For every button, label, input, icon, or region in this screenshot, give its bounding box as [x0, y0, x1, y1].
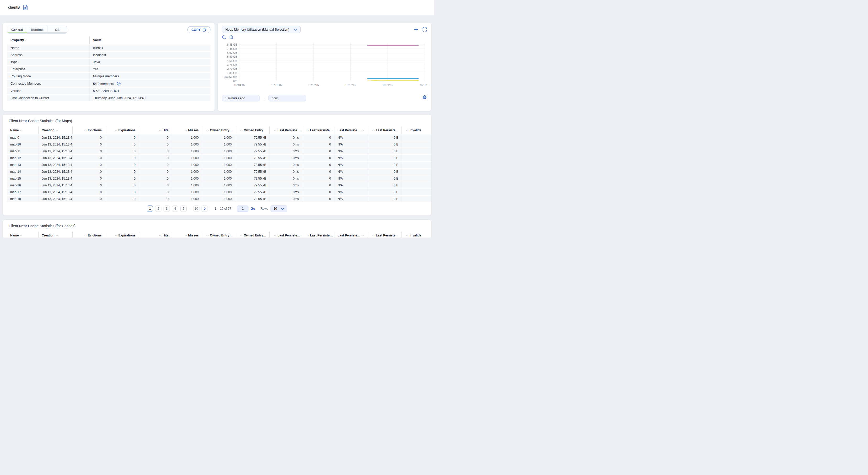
column-header-name[interactable]: Name: [7, 232, 38, 237]
property-value-cell: Thursday, June 13th 2024, 15:13:43: [90, 95, 211, 101]
rows-per-page-select[interactable]: 10: [271, 205, 287, 212]
cell-value: 1,000: [191, 197, 199, 201]
cell-value: 0 B: [394, 177, 398, 180]
cell-value: 79.55 kB: [254, 170, 266, 174]
column-header-evictions[interactable]: Evictions: [72, 127, 105, 134]
column-header-expirations[interactable]: Expirations: [105, 232, 139, 237]
table-cell: 0: [105, 196, 139, 202]
table-cell: 0: [139, 169, 172, 175]
page-button-last[interactable]: 10: [193, 206, 199, 212]
table-cell: 0: [105, 189, 139, 195]
sort-caret-icon: [185, 129, 187, 131]
page-button-4[interactable]: 4: [172, 206, 178, 212]
table-cell: 0: [72, 155, 105, 161]
cell-value: map-16: [10, 183, 21, 187]
gear-icon[interactable]: [422, 95, 427, 99]
metric-selector-value: Heap Memory Utilization (Manual Selectio…: [225, 28, 289, 31]
tab-bar: GeneralRuntimeOS: [7, 26, 67, 34]
property-name: Type: [10, 60, 18, 64]
column-header-last-persiste[interactable]: Last Persiste…: [334, 232, 368, 237]
column-header-name[interactable]: Name: [7, 127, 38, 134]
table-cell: map-15: [7, 175, 38, 182]
table-cell: map-11: [7, 148, 38, 154]
table-header-row: Property Value: [7, 36, 211, 44]
zoom-out-icon[interactable]: [222, 35, 226, 39]
page-button-5[interactable]: 5: [180, 206, 187, 212]
table-cell: 0ms: [270, 135, 302, 141]
fullscreen-icon[interactable]: [423, 27, 427, 32]
column-header-invalida[interactable]: Invalida: [402, 232, 431, 237]
cell-value: 0: [100, 197, 102, 201]
column-header-last-persiste[interactable]: Last Persiste…: [270, 127, 302, 134]
goto-page-input[interactable]: [237, 206, 248, 212]
page-button-3[interactable]: 3: [163, 206, 170, 212]
property-value: Yes: [93, 67, 98, 71]
column-header-last-persiste[interactable]: Last Persiste…: [368, 127, 402, 134]
table-cell: Jun 13, 2024, 15:13:45: [38, 182, 72, 188]
cell-value: Jun 13, 2024, 15:13:45: [42, 177, 72, 180]
time-from-input[interactable]: 5 minutes ago: [222, 95, 260, 101]
column-header-value[interactable]: Value: [90, 36, 211, 44]
tab-general[interactable]: General: [7, 26, 27, 33]
metric-selector[interactable]: Heap Memory Utilization (Manual Selectio…: [222, 26, 301, 33]
cell-value: 0ms: [293, 163, 299, 167]
property-name-cell: Version: [7, 88, 90, 94]
column-header-last-persiste[interactable]: Last Persiste…: [334, 127, 368, 134]
column-header-creation[interactable]: Creation: [38, 232, 72, 237]
page-button-2[interactable]: 2: [155, 206, 161, 212]
column-header-property[interactable]: Property: [7, 36, 90, 44]
column-label: Invalida: [410, 128, 422, 132]
column-header-expirations[interactable]: Expirations: [105, 127, 139, 134]
sort-caret-icon: [274, 129, 277, 131]
column-header-owned-entry[interactable]: Owned Entry…: [235, 127, 270, 134]
property-name-cell: Routing Mode: [7, 73, 90, 80]
cell-value: N/A: [338, 170, 343, 174]
table-cell: 0 B: [368, 162, 402, 168]
cell-value: 0 B: [394, 197, 398, 201]
property-row: Routing ModeMultiple members: [7, 73, 211, 80]
column-header-owned-entry[interactable]: Owned Entry…: [235, 232, 270, 237]
cell-value: 0: [100, 156, 102, 160]
column-header-owned-entry[interactable]: Owned Entry…: [202, 127, 235, 134]
copy-button[interactable]: COPY: [187, 26, 211, 33]
tab-os[interactable]: OS: [47, 26, 67, 33]
heap-memory-chart[interactable]: 0 B953.67 MB1.86 GB2.79 GB3.73 GB4.66 GB…: [219, 40, 430, 92]
column-header-evictions[interactable]: Evictions: [72, 232, 105, 237]
column-header-creation[interactable]: Creation: [38, 127, 72, 134]
next-page-button[interactable]: [202, 206, 208, 212]
column-header-misses[interactable]: Misses: [172, 127, 202, 134]
table-cell: 0: [139, 175, 172, 182]
column-header-last-persiste[interactable]: Last Persiste…: [302, 232, 334, 237]
column-header-last-persiste[interactable]: Last Persiste…: [270, 232, 302, 237]
property-name: Connected Members: [10, 82, 41, 85]
cell-value: 1,000: [224, 183, 232, 187]
column-header-hits[interactable]: Hits: [139, 232, 172, 237]
sort-caret-icon: [159, 235, 161, 236]
time-to-input[interactable]: now: [268, 95, 306, 101]
column-header-invalida[interactable]: Invalida: [402, 127, 431, 134]
column-header-hits[interactable]: Hits: [139, 127, 172, 134]
page-button-1[interactable]: 1: [147, 206, 153, 212]
go-button[interactable]: Go: [251, 207, 255, 210]
cell-value: 0: [167, 143, 168, 146]
table-cell: Jun 13, 2024, 15:13:45: [38, 175, 72, 182]
column-header-last-persiste[interactable]: Last Persiste…: [368, 232, 402, 237]
column-header-misses[interactable]: Misses: [172, 232, 202, 237]
cell-value: map-18: [10, 197, 21, 201]
tab-runtime[interactable]: Runtime: [27, 26, 47, 33]
cell-value: Jun 13, 2024, 15:13:45: [42, 163, 72, 167]
table-cell: 0: [72, 182, 105, 188]
table-cell: 0: [72, 148, 105, 154]
add-chart-icon[interactable]: [414, 27, 418, 32]
table-cell: 0: [105, 155, 139, 161]
view-members-icon[interactable]: [117, 82, 121, 86]
sort-caret-icon: [84, 129, 87, 131]
column-header-owned-entry[interactable]: Owned Entry…: [202, 232, 235, 237]
table-cell: 0: [302, 141, 334, 148]
sort-caret-icon: [84, 235, 87, 236]
column-label: Creation: [42, 234, 55, 237]
column-label: Last Persiste…: [376, 128, 399, 132]
table-row: map-14Jun 13, 2024, 15:13:450001,0001,00…: [7, 169, 431, 175]
zoom-in-icon[interactable]: [229, 35, 234, 39]
column-header-last-persiste[interactable]: Last Persiste…: [302, 127, 334, 134]
